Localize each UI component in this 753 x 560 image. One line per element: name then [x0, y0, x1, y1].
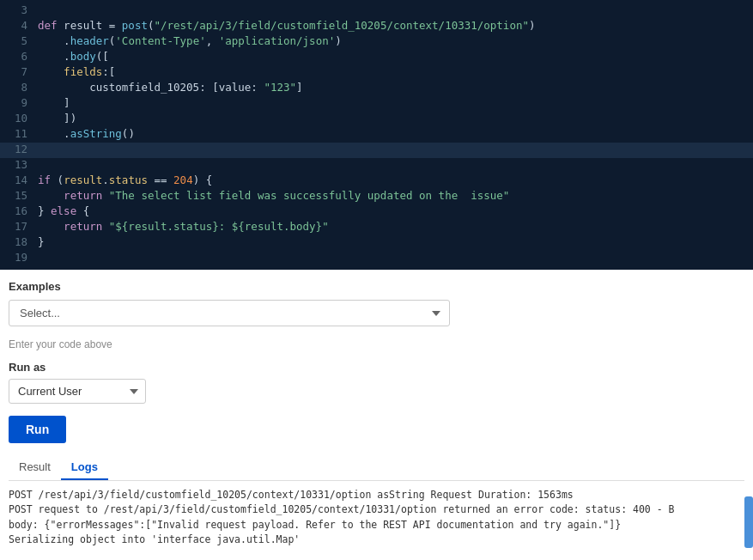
log-output: POST /rest/api/3/field/customfield_10205… — [9, 486, 744, 549]
line-number: 6 — [7, 50, 27, 63]
page-wrapper: 3 4 def result = post("/rest/api/3/field… — [0, 0, 753, 549]
scroll-indicator[interactable] — [744, 496, 753, 548]
code-line-7: 7 fields:[ — [0, 65, 753, 81]
line-number: 5 — [7, 34, 27, 47]
run-as-label: Run as — [9, 361, 744, 374]
log-line-2: POST request to /rest/api/3/field/custom… — [9, 502, 744, 517]
code-line-6: 6 .body([ — [0, 50, 753, 65]
line-number: 7 — [7, 65, 27, 78]
code-line-10: 10 ]) — [0, 112, 753, 127]
line-number: 19 — [7, 251, 27, 264]
run-button[interactable]: Run — [9, 416, 66, 443]
code-line-14: 14 if (result.status == 204) { — [0, 173, 753, 189]
code-line-9: 9 ] — [0, 96, 753, 112]
code-line-15: 15 return "The select list field was suc… — [0, 189, 753, 204]
line-number: 11 — [7, 127, 27, 140]
log-line-3: body: {"errorMessages":["Invalid request… — [9, 518, 744, 533]
run-as-section: Run as Current User Admin User — [9, 361, 744, 404]
run-as-dropdown[interactable]: Current User Admin User — [9, 379, 146, 404]
code-line-16: 16 } else { — [0, 204, 753, 220]
code-line-19: 19 — [0, 251, 753, 266]
code-line-17: 17 return "${result.status}: ${result.bo… — [0, 220, 753, 235]
line-number: 4 — [7, 19, 27, 32]
tab-logs[interactable]: Logs — [61, 455, 108, 480]
code-line-3: 3 — [0, 3, 753, 19]
code-line-11: 11 .asString() — [0, 127, 753, 143]
line-number: 18 — [7, 235, 27, 248]
line-number: 16 — [7, 204, 27, 217]
line-number: 12 — [7, 143, 27, 155]
code-hint: Enter your code above — [9, 338, 744, 350]
examples-dropdown[interactable]: Select... Example 1 Example 2 — [9, 300, 450, 326]
code-line-5: 5 .header('Content-Type', 'application/j… — [0, 34, 753, 50]
examples-section: Examples Select... Example 1 Example 2 — [9, 280, 744, 326]
log-line-4: Serializing object into 'interface java.… — [9, 533, 744, 547]
tab-result[interactable]: Result — [9, 455, 61, 480]
line-number: 8 — [7, 81, 27, 94]
line-number: 17 — [7, 220, 27, 233]
code-line-18: 18 } — [0, 235, 753, 251]
line-number: 3 — [7, 3, 27, 16]
log-line-1: POST /rest/api/3/field/customfield_10205… — [9, 488, 744, 502]
code-line-4: 4 def result = post("/rest/api/3/field/c… — [0, 19, 753, 34]
result-tabs: Result Logs — [9, 455, 744, 481]
line-number: 15 — [7, 189, 27, 202]
line-number: 13 — [7, 158, 27, 171]
code-line-8: 8 customfield_10205: [value: "123"] — [0, 81, 753, 96]
code-line-13: 13 — [0, 158, 753, 173]
code-editor: 3 4 def result = post("/rest/api/3/field… — [0, 0, 753, 270]
main-content: Examples Select... Example 1 Example 2 E… — [0, 270, 753, 549]
line-number: 14 — [7, 173, 27, 186]
examples-label: Examples — [9, 280, 744, 293]
line-number: 10 — [7, 112, 27, 125]
code-line-12: 12 — [0, 143, 753, 158]
line-number: 9 — [7, 96, 27, 109]
